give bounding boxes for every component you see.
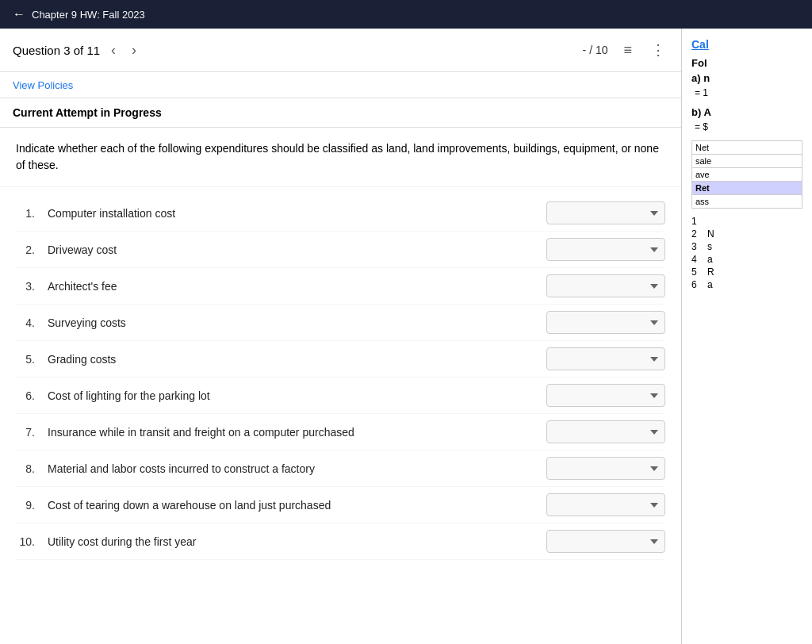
rp-a-label: a) n xyxy=(691,72,802,84)
item-select-5[interactable]: LandLand ImprovementsBuildingsEquipmentN… xyxy=(546,347,665,370)
item-select-wrapper: LandLand ImprovementsBuildingsEquipmentN… xyxy=(546,420,665,443)
item-number: 5. xyxy=(16,353,48,366)
item-select-3[interactable]: LandLand ImprovementsBuildingsEquipmentN… xyxy=(546,274,665,297)
item-select-wrapper: LandLand ImprovementsBuildingsEquipmentN… xyxy=(546,530,665,553)
item-text: Surveying costs xyxy=(48,316,546,329)
item-row: 8.Material and labor costs incurred to c… xyxy=(16,450,665,487)
question-header-right: - / 10 ≡ ⋮ xyxy=(583,38,668,62)
item-select-wrapper: LandLand ImprovementsBuildingsEquipmentN… xyxy=(546,274,665,297)
item-number: 1. xyxy=(16,207,48,220)
list-item: 5R xyxy=(691,266,802,278)
list-item: 2N xyxy=(691,228,802,240)
right-panel: Cal Fol a) n = 1 b) A = $ NetsaleaveReta… xyxy=(682,29,812,644)
item-text: Computer installation cost xyxy=(48,207,546,220)
list-item-num: 5 xyxy=(691,266,704,278)
item-select-10[interactable]: LandLand ImprovementsBuildingsEquipmentN… xyxy=(546,530,665,553)
list-item-text: a xyxy=(707,279,713,290)
item-select-wrapper: LandLand ImprovementsBuildingsEquipmentN… xyxy=(546,201,665,224)
list-item: 1 xyxy=(691,215,802,228)
item-row: 4.Surveying costsLandLand ImprovementsBu… xyxy=(16,305,665,341)
item-select-7[interactable]: LandLand ImprovementsBuildingsEquipmentN… xyxy=(546,420,665,443)
item-select-wrapper: LandLand ImprovementsBuildingsEquipmentN… xyxy=(546,311,665,334)
item-text: Driveway cost xyxy=(48,243,546,256)
list-item-num: 2 xyxy=(691,228,704,240)
item-number: 10. xyxy=(16,535,48,548)
list-item-num: 3 xyxy=(691,241,704,252)
item-row: 9.Cost of tearing down a warehouse on la… xyxy=(16,487,665,523)
back-button[interactable]: ← xyxy=(13,7,25,21)
item-row: 10.Utility cost during the first yearLan… xyxy=(16,523,665,560)
top-bar: ← Chapter 9 HW: Fall 2023 xyxy=(0,0,812,29)
item-select-wrapper: LandLand ImprovementsBuildingsEquipmentN… xyxy=(546,457,665,480)
item-text: Insurance while in transit and freight o… xyxy=(48,426,546,439)
list-item-num: 1 xyxy=(691,216,704,227)
item-number: 9. xyxy=(16,499,48,512)
item-number: 2. xyxy=(16,243,48,256)
item-select-wrapper: LandLand ImprovementsBuildingsEquipmentN… xyxy=(546,238,665,261)
item-select-6[interactable]: LandLand ImprovementsBuildingsEquipmentN… xyxy=(546,384,665,407)
item-text: Cost of tearing down a warehouse on land… xyxy=(48,499,546,512)
right-panel-table: NetsaleaveRetass xyxy=(691,140,802,209)
right-panel-mini-list: 12N3s4a5R6a xyxy=(691,215,802,291)
list-item-text: a xyxy=(707,254,713,265)
rp-eq1: = 1 xyxy=(695,87,802,98)
list-item-text: s xyxy=(707,241,712,252)
list-icon-button[interactable]: ≡ xyxy=(620,39,635,62)
right-panel-b: b) A = $ xyxy=(691,106,802,132)
list-item: 6a xyxy=(691,278,802,291)
item-select-9[interactable]: LandLand ImprovementsBuildingsEquipmentN… xyxy=(546,493,665,516)
item-text: Material and labor costs incurred to con… xyxy=(48,462,546,475)
table-row: ave xyxy=(692,168,802,182)
list-item-num: 4 xyxy=(691,254,704,265)
item-select-4[interactable]: LandLand ImprovementsBuildingsEquipmentN… xyxy=(546,311,665,334)
list-item: 4a xyxy=(691,253,802,266)
item-number: 7. xyxy=(16,426,48,439)
right-panel-title[interactable]: Cal xyxy=(691,38,802,51)
item-number: 3. xyxy=(16,280,48,293)
question-nav: Question 3 of 11 ‹ › xyxy=(13,40,141,60)
item-select-8[interactable]: LandLand ImprovementsBuildingsEquipmentN… xyxy=(546,457,665,480)
table-row: sale xyxy=(692,155,802,168)
view-policies-section: View Policies xyxy=(0,72,681,98)
items-list: 1.Computer installation costLandLand Imp… xyxy=(0,187,681,576)
item-row: 1.Computer installation costLandLand Imp… xyxy=(16,195,665,232)
item-select-wrapper: LandLand ImprovementsBuildingsEquipmentN… xyxy=(546,347,665,370)
rp-b-label: b) A xyxy=(691,106,802,118)
item-number: 4. xyxy=(16,316,48,329)
next-question-button[interactable]: › xyxy=(127,40,141,60)
question-label: Question 3 of 11 xyxy=(13,44,100,57)
item-row: 7.Insurance while in transit and freight… xyxy=(16,414,665,450)
table-row: ass xyxy=(692,195,802,209)
prev-question-button[interactable]: ‹ xyxy=(106,40,121,60)
more-options-button[interactable]: ⋮ xyxy=(648,38,668,62)
list-item-num: 6 xyxy=(691,279,704,290)
table-row: Ret xyxy=(692,182,802,195)
item-text: Utility cost during the first year xyxy=(48,535,546,548)
question-instructions: Indicate whether each of the following e… xyxy=(0,128,681,187)
item-select-2[interactable]: LandLand ImprovementsBuildingsEquipmentN… xyxy=(546,238,665,261)
list-item-text: R xyxy=(707,266,714,278)
item-text: Architect's fee xyxy=(48,280,546,293)
item-text: Grading costs xyxy=(48,353,546,366)
question-panel: Question 3 of 11 ‹ › - / 10 ≡ ⋮ View Pol… xyxy=(0,29,682,644)
right-panel-fol: Fol a) n = 1 xyxy=(691,57,802,98)
main-layout: Question 3 of 11 ‹ › - / 10 ≡ ⋮ View Pol… xyxy=(0,29,812,644)
item-number: 8. xyxy=(16,462,48,475)
item-row: 6.Cost of lighting for the parking lotLa… xyxy=(16,378,665,414)
list-item: 3s xyxy=(691,240,802,253)
view-policies-link[interactable]: View Policies xyxy=(13,79,73,91)
list-item-text: N xyxy=(707,228,714,240)
attempt-banner: Current Attempt in Progress xyxy=(0,98,681,128)
item-select-1[interactable]: LandLand ImprovementsBuildingsEquipmentN… xyxy=(546,201,665,224)
item-number: 6. xyxy=(16,389,48,402)
question-header: Question 3 of 11 ‹ › - / 10 ≡ ⋮ xyxy=(0,29,681,72)
top-bar-title: Chapter 9 HW: Fall 2023 xyxy=(32,9,145,21)
question-body: Current Attempt in Progress Indicate whe… xyxy=(0,98,681,644)
score-display: - / 10 xyxy=(583,44,608,56)
item-row: 5.Grading costsLandLand ImprovementsBuil… xyxy=(16,341,665,378)
rp-fol-label: Fol xyxy=(691,57,802,69)
item-select-wrapper: LandLand ImprovementsBuildingsEquipmentN… xyxy=(546,384,665,407)
item-row: 3.Architect's feeLandLand ImprovementsBu… xyxy=(16,268,665,305)
item-row: 2.Driveway costLandLand ImprovementsBuil… xyxy=(16,232,665,268)
table-row: Net xyxy=(692,141,802,155)
